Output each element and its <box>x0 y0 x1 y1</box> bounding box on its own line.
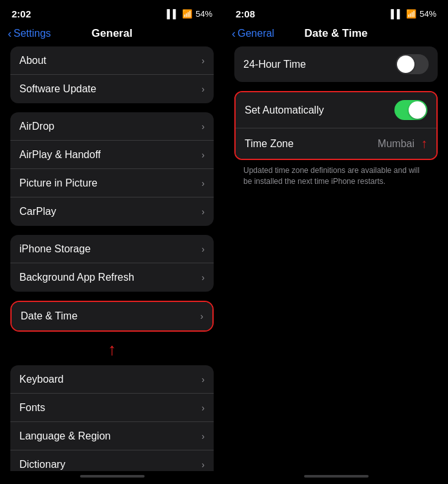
iphone-storage-label: iPhone Storage <box>19 243 90 255</box>
arrow-up-left-icon: ↑ <box>108 341 116 358</box>
settings-row-keyboard[interactable]: Keyboard › <box>10 365 214 394</box>
24hour-toggle[interactable] <box>396 54 429 74</box>
timezone-notice: Updated time zone definitions are availa… <box>234 160 438 195</box>
left-panel: 2:02 ▌▌ 📶 54% ‹ Settings General About ›… <box>0 0 224 484</box>
right-status-bar: 2:08 ▌▌ 📶 54% <box>224 0 448 23</box>
right-nav-bar: ‹ General Date & Time <box>224 23 448 46</box>
left-status-bar: 2:02 ▌▌ 📶 54% <box>0 0 224 23</box>
left-time: 2:02 <box>12 8 31 19</box>
carplay-label: CarPlay <box>19 206 56 217</box>
arrow-right-icon: ↑ <box>421 136 427 151</box>
iphone-storage-chevron-icon: › <box>201 244 205 254</box>
section-date-time-highlighted: Date & Time › <box>10 301 214 332</box>
airdrop-chevron-icon: › <box>201 121 205 132</box>
section-storage: iPhone Storage › Background App Refresh … <box>10 235 214 292</box>
left-settings-scroll: About › Software Update › AirDrop › AirP… <box>0 46 224 471</box>
settings-row-airdrop[interactable]: AirDrop › <box>10 112 214 141</box>
airplay-handoff-chevron-icon: › <box>201 150 205 160</box>
fonts-label: Fonts <box>19 402 45 414</box>
right-nav-title: Date & Time <box>305 27 368 40</box>
settings-row-dictionary[interactable]: Dictionary › <box>10 450 214 471</box>
pip-label: Picture in Picture <box>19 177 97 189</box>
section-airdrop: AirDrop › AirPlay & Handoff › Picture in… <box>10 112 214 226</box>
right-panel: 2:08 ▌▌ 📶 54% ‹ General Date & Time 24-H… <box>224 0 448 484</box>
right-back-chevron-icon: ‹ <box>232 27 236 41</box>
section-keyboard: Keyboard › Fonts › Language & Region › D… <box>10 365 214 471</box>
about-label: About <box>19 55 46 66</box>
settings-row-background-refresh[interactable]: Background App Refresh › <box>10 263 214 292</box>
settings-row-24hour[interactable]: 24-Hour Time <box>234 46 438 82</box>
settings-row-set-auto[interactable]: Set Automatically <box>236 92 436 128</box>
settings-row-carplay[interactable]: CarPlay › <box>10 197 214 226</box>
settings-row-about[interactable]: About › <box>10 46 214 75</box>
right-time: 2:08 <box>236 8 255 19</box>
wifi-icon: 📶 <box>182 9 192 19</box>
24hour-toggle-thumb <box>397 55 414 73</box>
dictionary-label: Dictionary <box>19 459 65 470</box>
date-time-chevron-icon: › <box>200 311 203 321</box>
settings-row-software-update[interactable]: Software Update › <box>10 75 214 103</box>
language-region-chevron-icon: › <box>201 431 205 441</box>
signal-icon: ▌▌ <box>167 9 179 19</box>
right-signal-icon: ▌▌ <box>391 9 403 19</box>
timezone-right: Mumbai ↑ <box>378 136 427 151</box>
fonts-chevron-icon: › <box>201 403 205 413</box>
set-auto-label: Set Automatically <box>245 105 324 116</box>
timezone-value: Mumbai <box>378 138 414 150</box>
left-status-icons: ▌▌ 📶 54% <box>167 9 212 19</box>
settings-row-timezone[interactable]: Time Zone Mumbai ↑ <box>236 128 436 159</box>
pip-chevron-icon: › <box>201 178 205 188</box>
left-nav-bar: ‹ Settings General <box>0 23 224 46</box>
24hour-label: 24-Hour Time <box>243 59 306 70</box>
section-24hour: 24-Hour Time <box>234 46 438 82</box>
section-set-auto-highlighted: Set Automatically Time Zone Mumbai ↑ <box>234 91 438 160</box>
carplay-chevron-icon: › <box>201 207 205 217</box>
settings-row-fonts[interactable]: Fonts › <box>10 394 214 422</box>
keyboard-label: Keyboard <box>19 374 64 385</box>
left-back-chevron-icon: ‹ <box>8 27 12 41</box>
battery-icon: 54% <box>196 9 212 19</box>
left-back-button[interactable]: ‹ Settings <box>8 27 51 41</box>
right-wifi-icon: 📶 <box>406 9 416 19</box>
right-status-icons: ▌▌ 📶 54% <box>391 9 436 19</box>
right-back-label: General <box>238 28 274 39</box>
settings-row-picture-in-picture[interactable]: Picture in Picture › <box>10 169 214 197</box>
language-region-label: Language & Region <box>19 430 110 442</box>
section-about: About › Software Update › <box>10 46 214 103</box>
left-nav-title: General <box>92 27 132 40</box>
background-refresh-chevron-icon: › <box>201 272 205 283</box>
airplay-handoff-label: AirPlay & Handoff <box>19 149 101 161</box>
left-back-label: Settings <box>14 28 51 39</box>
background-refresh-label: Background App Refresh <box>19 272 134 283</box>
settings-row-date-time[interactable]: Date & Time › <box>12 302 212 330</box>
settings-row-airplay-handoff[interactable]: AirPlay & Handoff › <box>10 141 214 169</box>
keyboard-chevron-icon: › <box>201 374 205 385</box>
right-settings-scroll: 24-Hour Time Set Automatically Time Zone <box>224 46 448 471</box>
settings-row-language-region[interactable]: Language & Region › <box>10 422 214 450</box>
software-update-chevron-icon: › <box>201 84 205 94</box>
date-time-label: Date & Time <box>21 310 77 322</box>
settings-row-iphone-storage[interactable]: iPhone Storage › <box>10 235 214 263</box>
software-update-label: Software Update <box>19 83 96 95</box>
right-back-button[interactable]: ‹ General <box>232 27 274 41</box>
airdrop-label: AirDrop <box>19 121 54 132</box>
dictionary-chevron-icon: › <box>201 459 205 470</box>
timezone-label: Time Zone <box>245 138 294 150</box>
right-battery-icon: 54% <box>420 9 436 19</box>
set-auto-toggle[interactable] <box>394 100 427 120</box>
about-chevron-icon: › <box>201 55 205 66</box>
set-auto-toggle-thumb <box>409 101 426 119</box>
